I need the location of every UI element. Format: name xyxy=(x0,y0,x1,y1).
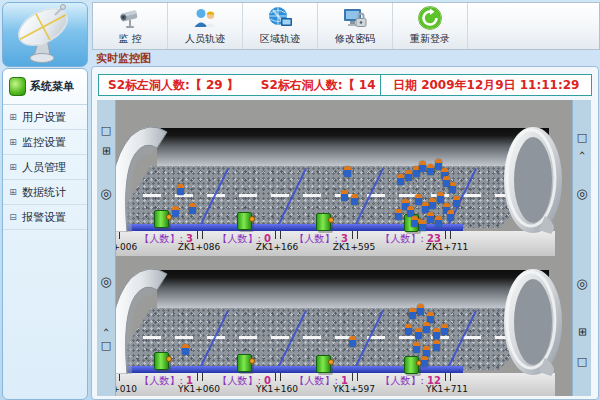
sidebar-item-label: 人员管理 xyxy=(22,160,66,175)
toolbar-button-personnel-track[interactable]: 人员轨迹 xyxy=(168,3,243,49)
person-icon xyxy=(415,194,422,205)
people-count-label: 【人数】: 0 xyxy=(183,232,271,246)
person-icon xyxy=(177,184,184,195)
right-tunnel-count: S2标右洞人数:【 14 】 xyxy=(261,77,382,94)
person-icon xyxy=(409,308,416,319)
tunnel-road xyxy=(111,308,557,370)
chainage-tick xyxy=(445,373,451,381)
person-icon xyxy=(172,206,179,217)
person-icon xyxy=(411,216,418,227)
sidebar-item-label: 监控设置 xyxy=(22,135,66,150)
sidebar-item-3[interactable]: ⊞人员管理 xyxy=(3,155,87,180)
expander-icon[interactable]: ⊞ xyxy=(8,187,18,197)
tab-realtime-monitor[interactable]: 实时监控图 xyxy=(96,51,151,66)
person-icon xyxy=(349,336,356,347)
square-icon[interactable]: □ xyxy=(573,132,591,144)
grid-icon[interactable]: ⊞ xyxy=(576,323,588,341)
people-icon xyxy=(192,5,218,31)
target-icon[interactable]: ◎ xyxy=(573,188,591,200)
person-icon xyxy=(443,176,450,187)
tunnel-diagram: □⊞◎◎‹□ □‹◎◎⊞□ ZK1+006ZK1+086【人数】: 3ZK1+1… xyxy=(97,100,591,396)
expander-icon[interactable]: ⊞ xyxy=(8,162,18,172)
person-icon xyxy=(419,161,426,172)
person-icon xyxy=(397,174,404,185)
person-icon xyxy=(341,190,348,201)
square-icon[interactable]: □ xyxy=(573,356,591,368)
toolbar-button-label: 修改密码 xyxy=(335,32,375,46)
person-icon xyxy=(405,170,412,181)
person-icon xyxy=(417,304,424,315)
system-menu-icon xyxy=(9,77,26,96)
camera-icon xyxy=(117,5,143,31)
reader-device-icon xyxy=(237,212,252,230)
chainage-tick xyxy=(445,231,451,239)
toolbar-button-area-track[interactable]: 区域轨迹 xyxy=(243,3,318,49)
content-panel: S2标左洞人数:【 29 】 S2标右洞人数:【 14 】 日期 2009年12… xyxy=(91,66,599,400)
sidebar: 系统菜单 ⊞用户设置⊞监控设置⊞人员管理⊞数据统计⊟报警设置 xyxy=(2,2,87,398)
sidebar-item-4[interactable]: ⊞数据统计 xyxy=(3,180,87,205)
target-icon[interactable]: ◎ xyxy=(97,188,115,200)
sidebar-item-2[interactable]: ⊞监控设置 xyxy=(3,130,87,155)
arrow-icon[interactable]: ‹ xyxy=(576,144,588,162)
person-icon xyxy=(447,210,454,221)
toolbar-button-monitor[interactable]: 监 控 xyxy=(93,3,168,49)
people-count-label: 【人数】: 12 xyxy=(353,374,441,388)
right-icon-strip: □‹◎◎⊞□ xyxy=(572,100,591,396)
reader-device-icon xyxy=(404,356,419,374)
sidebar-item-1[interactable]: ⊞用户设置 xyxy=(3,105,87,130)
person-icon xyxy=(344,166,351,177)
status-bar: S2标左洞人数:【 29 】 S2标右洞人数:【 14 】 日期 2009年12… xyxy=(98,74,592,96)
reader-device-icon xyxy=(316,355,331,373)
person-icon xyxy=(449,182,456,193)
left-icon-strip: □⊞◎◎‹□ xyxy=(97,100,116,396)
relogin-icon xyxy=(417,5,443,31)
satellite-dish-logo xyxy=(3,3,87,65)
people-count-label: 【人数】: 23 xyxy=(353,232,441,246)
sidebar-menu-list: ⊞用户设置⊞监控设置⊞人员管理⊞数据统计⊟报警设置 xyxy=(3,105,87,230)
toolbar: 监 控人员轨迹区域轨迹修改密码重新登录 xyxy=(92,2,600,50)
person-icon xyxy=(427,212,434,223)
person-icon xyxy=(395,209,402,220)
road-center-line xyxy=(143,336,547,339)
person-icon xyxy=(441,324,448,335)
square-icon[interactable]: □ xyxy=(97,340,115,352)
expander-icon[interactable]: ⊞ xyxy=(8,112,18,122)
toolbar-button-label: 人员轨迹 xyxy=(185,32,225,46)
reader-device-icon xyxy=(316,213,331,231)
square-icon[interactable]: □ xyxy=(97,125,115,137)
target-icon[interactable]: ◎ xyxy=(573,278,591,290)
logo-panel xyxy=(2,2,88,67)
toolbar-button-change-password[interactable]: 修改密码 xyxy=(318,3,393,49)
expander-icon[interactable]: ⊞ xyxy=(8,137,18,147)
person-icon xyxy=(453,196,460,207)
person-icon xyxy=(423,322,430,333)
tunnel-counts: S2标左洞人数:【 29 】 S2标右洞人数:【 14 】 xyxy=(99,75,381,95)
app-window: 系统菜单 ⊞用户设置⊞监控设置⊞人员管理⊞数据统计⊟报警设置 监 控人员轨迹区域… xyxy=(0,0,600,400)
sidebar-item-label: 数据统计 xyxy=(22,185,66,200)
datetime-display: 日期 2009年12月9日 11:11:29 xyxy=(381,75,591,95)
tunnel-wall xyxy=(157,270,549,308)
tunnel-exit xyxy=(501,126,569,240)
arrow-icon[interactable]: ‹ xyxy=(100,321,112,339)
password-icon xyxy=(342,5,368,31)
person-icon xyxy=(435,216,442,227)
person-icon xyxy=(429,198,436,209)
main-area: 监 控人员轨迹区域轨迹修改密码重新登录 实时监控图 S2标左洞人数:【 29 】… xyxy=(90,0,600,400)
person-icon xyxy=(413,342,420,353)
person-icon xyxy=(433,340,440,351)
sidebar-item-label: 报警设置 xyxy=(22,210,66,225)
target-icon[interactable]: ◎ xyxy=(97,276,115,288)
tunnel-road xyxy=(111,166,557,228)
tab-strip: 实时监控图 xyxy=(90,50,600,66)
toolbar-button-label: 区域轨迹 xyxy=(260,32,300,46)
people-count-label: 【人数】: 3 xyxy=(260,232,348,246)
grid-icon[interactable]: ⊞ xyxy=(100,142,112,160)
sidebar-item-5[interactable]: ⊟报警设置 xyxy=(3,205,87,230)
toolbar-button-label: 重新登录 xyxy=(410,32,450,46)
expander-icon[interactable]: ⊟ xyxy=(8,212,18,222)
globe-icon xyxy=(267,5,293,31)
system-menu-header: 系统菜单 xyxy=(3,69,87,105)
person-icon xyxy=(421,356,428,367)
left-tunnel-count: S2标左洞人数:【 29 】 xyxy=(108,77,239,94)
toolbar-button-relogin[interactable]: 重新登录 xyxy=(393,3,468,49)
